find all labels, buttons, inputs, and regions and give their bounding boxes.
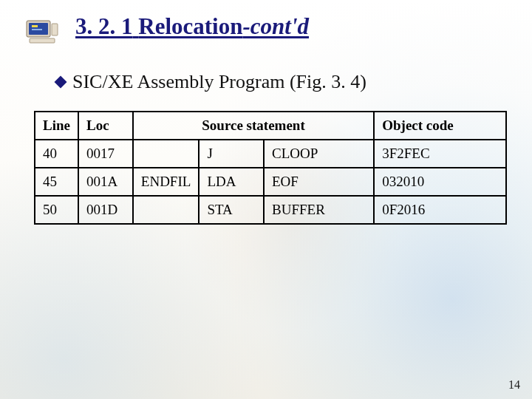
cell-label [133, 196, 200, 224]
col-header-object: Object code [374, 112, 506, 140]
title-word: Relocation [138, 13, 242, 39]
computer-icon [25, 18, 59, 46]
col-header-source: Source statement [133, 112, 374, 140]
bullet-main: SIC/XE Assembly Program [72, 71, 290, 92]
cell-obj: 3F2FEC [374, 140, 506, 168]
cell-line: 45 [35, 168, 78, 196]
col-header-line: Line [35, 112, 78, 140]
cell-arg: EOF [264, 168, 374, 196]
svg-rect-2 [32, 25, 38, 27]
table-row: 45 001A ENDFIL LDA EOF 032010 [35, 168, 506, 196]
cell-obj: 0F2016 [374, 196, 506, 224]
slide-title: 3. 2. 1 Relocation-cont'd [75, 13, 309, 40]
header: 3. 2. 1 Relocation-cont'd [25, 13, 507, 46]
svg-rect-3 [32, 29, 42, 30]
diamond-bullet-icon [55, 76, 67, 89]
cell-line: 50 [35, 196, 78, 224]
cell-loc: 001A [78, 168, 133, 196]
cell-loc: 001D [78, 196, 133, 224]
cell-arg: CLOOP [264, 140, 374, 168]
assembly-table: Line Loc Source statement Object code 40… [34, 111, 507, 225]
table-header-row: Line Loc Source statement Object code [35, 112, 506, 140]
col-header-loc: Loc [78, 112, 133, 140]
slide: 3. 2. 1 Relocation-cont'd SIC/XE Assembl… [0, 0, 532, 399]
cell-loc: 0017 [78, 140, 133, 168]
cell-label: ENDFIL [133, 168, 200, 196]
cell-label [133, 140, 200, 168]
table-row: 40 0017 J CLOOP 3F2FEC [35, 140, 506, 168]
cell-obj: 032010 [374, 168, 506, 196]
title-contd: -cont'd [242, 13, 309, 39]
cell-arg: BUFFER [264, 196, 374, 224]
cell-op: STA [199, 196, 264, 224]
table-row: 50 001D STA BUFFER 0F2016 [35, 196, 506, 224]
svg-rect-5 [52, 24, 58, 35]
bullet-fig: (Fig. 3. 4) [290, 71, 366, 92]
bullet-item: SIC/XE Assembly Program (Fig. 3. 4) [56, 71, 507, 93]
cell-op: LDA [199, 168, 264, 196]
bullet-text: SIC/XE Assembly Program (Fig. 3. 4) [72, 71, 366, 93]
page-number: 14 [508, 378, 520, 392]
title-number: 3. 2. 1 [75, 13, 133, 39]
cell-op: J [199, 140, 264, 168]
cell-line: 40 [35, 140, 78, 168]
svg-rect-4 [30, 38, 55, 43]
